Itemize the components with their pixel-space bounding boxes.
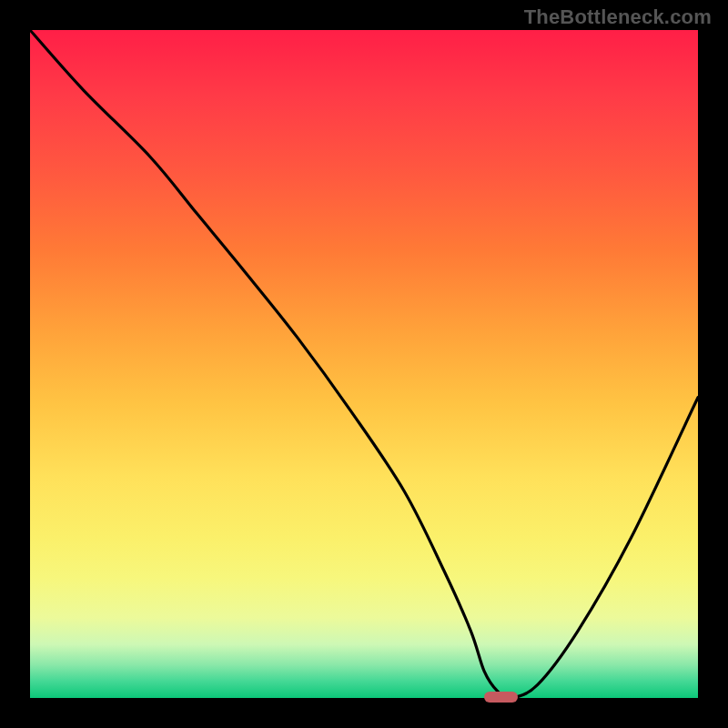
watermark-text: TheBottleneck.com [524,5,712,29]
plot-area [30,30,698,698]
optimal-marker [484,692,518,703]
curve-path [30,30,698,698]
bottleneck-curve [30,30,698,698]
chart-frame: TheBottleneck.com [0,0,728,728]
